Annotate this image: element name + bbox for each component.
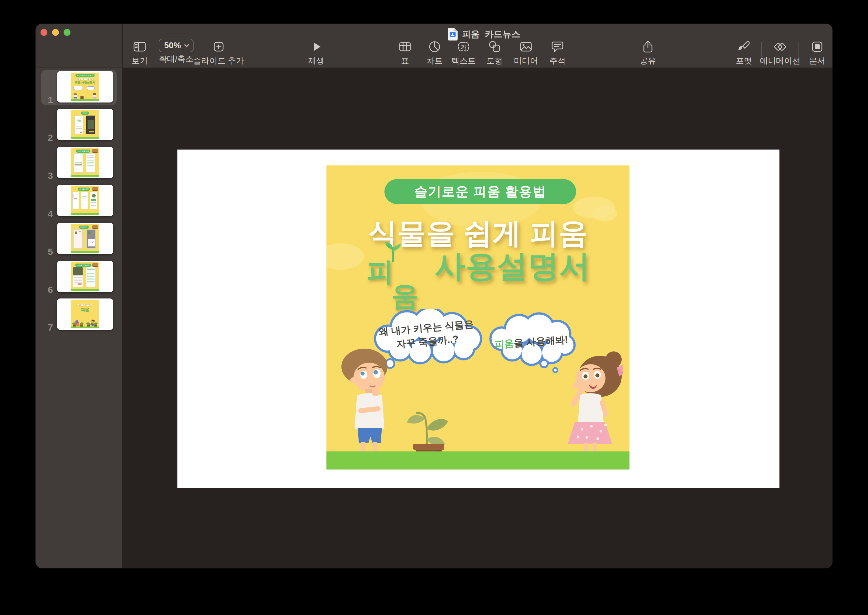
slide-thumbnail-3[interactable]: 사전 식물 검색 [57, 147, 113, 178]
slide-thumbnail-1[interactable]: 슬기로운 피움 활용법 식물을 쉽게 피움 피움 사용설명서 [57, 71, 113, 103]
pie-chart-icon [427, 39, 443, 55]
share-icon [640, 39, 656, 55]
comment-button[interactable]: 주석 [549, 39, 566, 66]
mini-wooden-sign [92, 225, 98, 229]
mini-pill: 로그인 [81, 112, 89, 115]
text-button[interactable]: 가 텍스트 [452, 39, 476, 66]
slide-number: 4 [38, 208, 53, 219]
slide-thumbnail-2[interactable]: 로그인 피움 [57, 109, 113, 140]
slide-title: 식물을 쉽게 피움 [327, 214, 629, 253]
shape-button[interactable]: 도형 [486, 39, 503, 66]
media-icon [514, 39, 538, 55]
close-button[interactable] [41, 29, 47, 36]
zoom-value: 50% [164, 41, 181, 50]
toolbar-separator [798, 42, 798, 57]
play-button[interactable]: 재생 [308, 39, 324, 66]
slide-number: 5 [38, 247, 53, 257]
format-button[interactable]: 포맷 [736, 39, 752, 66]
add-slide-button[interactable]: 슬라이드 추가 [193, 39, 244, 66]
slide-subtitle-row: 피 움 사용설명서 [327, 250, 629, 305]
mini-pill: 내 식물 타임라인 [75, 264, 91, 267]
slide-number: 2 [38, 133, 53, 143]
animate-icon [760, 39, 800, 55]
keynote-window: 피움_카드뉴스 보기 50% 확대/축소 슬라이드 추가 [35, 23, 833, 568]
slide-navigator: 1 슬기로운 피움 활용법 식물을 쉽게 피움 피움 사용설명서 2 로그인 피… [36, 68, 122, 568]
slide-thumbnail-4[interactable]: 내 식물 등록 [57, 185, 113, 216]
slide-thumbnail-5[interactable]: 리마인더 [57, 223, 113, 254]
media-button[interactable]: 미디어 [514, 39, 538, 66]
format-brush-icon [736, 39, 752, 55]
zoom-dropdown[interactable]: 50% [159, 39, 194, 52]
slide-canvas-area: 슬기로운 피움 활용법 식물을 쉽게 피움 피 움 사 [122, 68, 833, 568]
grass-strip [327, 451, 629, 470]
table-button[interactable]: 표 [398, 39, 412, 66]
zoom-control[interactable]: 50% 확대/축소 [159, 37, 194, 64]
chevron-down-icon [184, 42, 189, 47]
slide-number: 1 [38, 95, 53, 105]
slide-artwork[interactable]: 슬기로운 피움 활용법 식물을 쉽게 피움 피 움 사 [327, 165, 629, 470]
mini-wooden-sign [92, 149, 98, 153]
girl-character [555, 348, 622, 461]
minimize-button[interactable] [52, 29, 59, 36]
slide-badge-pill: 슬기로운 피움 활용법 [385, 179, 576, 204]
animate-button[interactable]: 애니메이션 [760, 39, 800, 66]
boy-character [339, 346, 394, 460]
comment-icon [549, 39, 566, 55]
document-button[interactable]: 문서 [809, 39, 825, 66]
add-slide-icon [193, 39, 244, 55]
toolbar-divider [122, 24, 123, 68]
slide-page[interactable]: 슬기로운 피움 활용법 식물을 쉽게 피움 피 움 사 [177, 150, 779, 488]
mini-pill: 내 식물 등록 [78, 187, 91, 190]
slide-thumbnail-7[interactable]: 식물을 쉽게 피움 [57, 298, 113, 330]
slide-subtitle: 사용설명서 [435, 250, 591, 283]
traffic-lights [41, 29, 70, 36]
view-sidebar-icon [131, 39, 148, 55]
text-icon: 가 [452, 39, 476, 55]
slide-number: 6 [38, 284, 53, 295]
share-button[interactable]: 공유 [640, 39, 656, 66]
piwoom-logo: 피 움 [365, 250, 422, 305]
view-button[interactable]: 보기 [131, 39, 148, 66]
chart-button[interactable]: 차트 [427, 39, 443, 66]
toolbar: 피움_카드뉴스 보기 50% 확대/축소 슬라이드 추가 [36, 24, 832, 68]
mini-pill: 슬기로운 피움 활용법 [75, 74, 95, 77]
play-icon [308, 39, 324, 55]
table-icon [398, 39, 412, 55]
shape-icon [486, 39, 503, 55]
fullscreen-button[interactable] [64, 29, 70, 36]
slide-thumbnail-6[interactable]: 내 식물 타임라인 [57, 261, 113, 292]
mini-pill: 사전 식물 검색 [76, 150, 91, 153]
badge-text: 슬기로운 피움 활용법 [414, 183, 546, 200]
document-icon [809, 39, 825, 55]
mini-wooden-sign [92, 187, 98, 190]
svg-text:가: 가 [461, 44, 467, 50]
mini-wooden-sign [92, 263, 98, 267]
mini-pill: 리마인더 [79, 226, 89, 229]
slide-number: 7 [38, 322, 53, 333]
slide-number: 3 [38, 170, 53, 181]
